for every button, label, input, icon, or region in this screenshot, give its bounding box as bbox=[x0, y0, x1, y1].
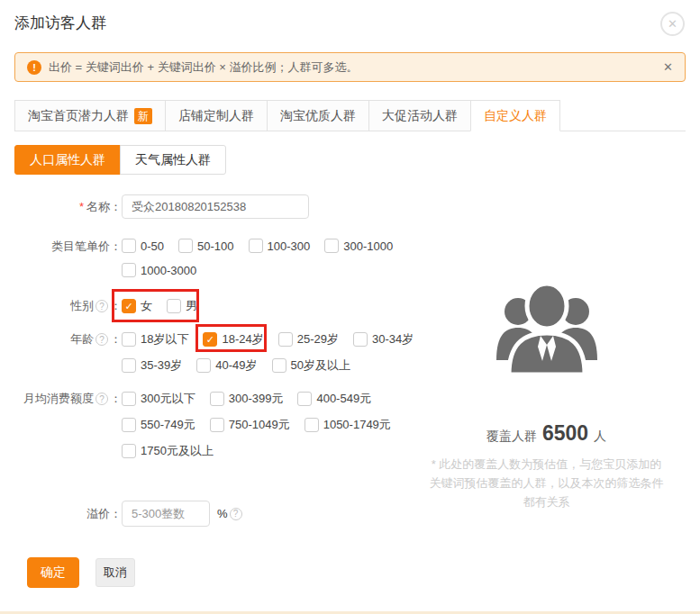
checkbox-icon bbox=[249, 239, 263, 253]
spend-row: 月均消费额度 ? ： 300元以下 300-399元 400- bbox=[14, 391, 407, 459]
checkbox-gender-male[interactable]: 男 bbox=[167, 298, 197, 314]
checkbox-icon bbox=[210, 418, 224, 432]
checkbox-icon bbox=[122, 263, 136, 277]
checkbox-icon bbox=[122, 332, 136, 347]
gender-label: 性别 ? ： bbox=[14, 298, 122, 314]
dialog-body: * 名称 ： 类目笔单价 ： 0-50 bbox=[0, 194, 700, 588]
checkbox-checked-icon bbox=[122, 299, 136, 313]
dialog-close-button[interactable]: ✕ bbox=[660, 12, 685, 36]
coverage-count: 覆盖人群 6500 人 bbox=[486, 421, 606, 446]
checkbox-icon bbox=[122, 392, 136, 406]
checkbox-spend-under-300[interactable]: 300元以下 bbox=[122, 391, 195, 407]
tab-custom-audience[interactable]: 自定义人群 bbox=[470, 100, 560, 131]
checkbox-price-1000-3000[interactable]: 1000-3000 bbox=[122, 263, 196, 277]
gender-row: 性别 ? ： 女 男 bbox=[14, 298, 407, 314]
coverage-panel: 覆盖人群 6500 人 * 此处的覆盖人数为预估值，与您宝贝添加的 关键词预估覆… bbox=[407, 194, 686, 588]
page-title: 添加访客人群 bbox=[14, 13, 700, 33]
checkbox-icon bbox=[122, 358, 136, 373]
checkbox-age-40-49[interactable]: 40-49岁 bbox=[196, 357, 257, 374]
tab-label: 店铺定制人群 bbox=[178, 108, 254, 124]
audience-tabs: 淘宝首页潜力人群 新 店铺定制人群 淘宝优质人群 大促活动人群 自定义人群 bbox=[14, 100, 686, 131]
checkbox-icon bbox=[178, 239, 193, 253]
checkbox-spend-400-549[interactable]: 400-549元 bbox=[297, 391, 371, 407]
checkbox-icon bbox=[305, 418, 319, 432]
checkbox-gender-female[interactable]: 女 bbox=[122, 298, 152, 314]
checkbox-icon bbox=[196, 358, 211, 373]
checkbox-icon bbox=[278, 332, 293, 347]
tab-promo-activity[interactable]: 大促活动人群 bbox=[368, 100, 471, 131]
coverage-label: 覆盖人群 bbox=[486, 429, 537, 445]
coverage-value: 6500 bbox=[542, 421, 588, 446]
subtab-demographic[interactable]: 人口属性人群 bbox=[14, 145, 121, 175]
checkbox-icon bbox=[210, 392, 224, 406]
help-icon[interactable]: ? bbox=[95, 333, 108, 346]
help-icon[interactable]: ? bbox=[230, 508, 242, 520]
tab-shop-custom[interactable]: 店铺定制人群 bbox=[165, 100, 268, 131]
checkbox-price-300-1000[interactable]: 300-1000 bbox=[324, 239, 393, 253]
dialog-actions: 确定 取消 bbox=[27, 557, 407, 588]
checkbox-spend-1050-1749[interactable]: 1050-1749元 bbox=[305, 417, 391, 433]
checkbox-spend-550-749[interactable]: 550-749元 bbox=[122, 417, 195, 433]
checkbox-icon bbox=[297, 392, 312, 406]
checkbox-checked-icon bbox=[203, 332, 217, 347]
age-label: 年龄 ? ： bbox=[14, 331, 122, 348]
spend-label: 月均消费额度 ? ： bbox=[14, 391, 122, 407]
checkbox-icon bbox=[122, 418, 136, 432]
custom-audience-subtabs: 人口属性人群 天气属性人群 bbox=[14, 145, 686, 175]
confirm-button[interactable]: 确定 bbox=[27, 557, 79, 588]
percent-unit: % bbox=[217, 507, 228, 520]
coverage-unit: 人 bbox=[594, 429, 606, 445]
banner-close-icon[interactable]: ✕ bbox=[663, 60, 673, 74]
cancel-button[interactable]: 取消 bbox=[95, 558, 135, 587]
checkbox-icon bbox=[167, 299, 181, 313]
checkbox-age-30-34[interactable]: 30-34岁 bbox=[353, 331, 414, 348]
checkbox-age-25-29[interactable]: 25-29岁 bbox=[278, 331, 339, 348]
name-row: * 名称 ： bbox=[14, 194, 407, 219]
checkbox-icon bbox=[122, 239, 136, 253]
checkbox-icon bbox=[122, 444, 136, 458]
bid-info-banner: ! 出价 = 关键词出价 + 关键词出价 × 溢价比例；人群可多选。 ✕ bbox=[14, 52, 686, 82]
checkbox-spend-1750-plus[interactable]: 1750元及以上 bbox=[122, 443, 214, 459]
audience-people-icon bbox=[487, 274, 606, 380]
checkbox-icon bbox=[272, 358, 286, 373]
close-icon: ✕ bbox=[668, 17, 677, 31]
coverage-note: * 此处的覆盖人数为预估值，与您宝贝添加的 关键词预估覆盖的人群，以及本次的筛选… bbox=[430, 455, 664, 511]
checkbox-icon bbox=[353, 332, 368, 347]
help-icon[interactable]: ? bbox=[95, 300, 108, 312]
name-label: * 名称 ： bbox=[14, 194, 122, 219]
tab-label: 自定义人群 bbox=[484, 108, 547, 124]
checkbox-spend-750-1049[interactable]: 750-1049元 bbox=[210, 417, 290, 433]
subtab-label: 天气属性人群 bbox=[135, 152, 211, 168]
tab-label: 淘宝首页潜力人群 bbox=[28, 108, 129, 124]
tab-taobao-home-potential[interactable]: 淘宝首页潜力人群 新 bbox=[14, 100, 166, 131]
premium-label: 溢价 ： bbox=[14, 501, 122, 527]
tab-label: 大促活动人群 bbox=[382, 108, 458, 124]
checkbox-price-0-50[interactable]: 0-50 bbox=[122, 239, 164, 253]
audience-form: * 名称 ： 类目笔单价 ： 0-50 bbox=[14, 194, 407, 588]
checkbox-spend-300-399[interactable]: 300-399元 bbox=[210, 391, 284, 407]
price-range-label: 类目笔单价 ： bbox=[14, 239, 122, 255]
subtab-label: 人口属性人群 bbox=[30, 152, 105, 168]
checkbox-price-50-100[interactable]: 50-100 bbox=[178, 239, 233, 253]
name-input[interactable] bbox=[122, 194, 309, 219]
checkbox-age-under-18[interactable]: 18岁以下 bbox=[122, 331, 188, 348]
checkbox-age-18-24[interactable]: 18-24岁 bbox=[203, 331, 263, 348]
required-mark: * bbox=[79, 200, 84, 213]
checkbox-age-35-39[interactable]: 35-39岁 bbox=[122, 357, 182, 374]
premium-input[interactable] bbox=[122, 501, 210, 527]
tab-label: 淘宝优质人群 bbox=[280, 108, 356, 124]
age-row: 年龄 ? ： 18岁以下 18-24岁 bbox=[14, 331, 407, 374]
new-badge: 新 bbox=[134, 108, 152, 124]
price-range-row: 类目笔单价 ： 0-50 50-100 100-300 bbox=[14, 239, 407, 277]
tab-taobao-quality[interactable]: 淘宝优质人群 bbox=[267, 100, 369, 131]
checkbox-age-50-plus[interactable]: 50岁及以上 bbox=[272, 357, 350, 374]
help-icon[interactable]: ? bbox=[95, 393, 108, 405]
premium-row: 溢价 ： % ? bbox=[14, 501, 407, 527]
banner-text: 出价 = 关键词出价 + 关键词出价 × 溢价比例；人群可多选。 bbox=[49, 59, 358, 76]
checkbox-price-100-300[interactable]: 100-300 bbox=[249, 239, 311, 253]
alert-exclamation-icon: ! bbox=[27, 60, 41, 75]
subtab-weather[interactable]: 天气属性人群 bbox=[120, 145, 226, 175]
age-18-24-annotated-wrap: 18-24岁 bbox=[203, 331, 277, 348]
gender-options-group: 女 男 bbox=[122, 298, 212, 314]
checkbox-icon bbox=[324, 239, 339, 253]
